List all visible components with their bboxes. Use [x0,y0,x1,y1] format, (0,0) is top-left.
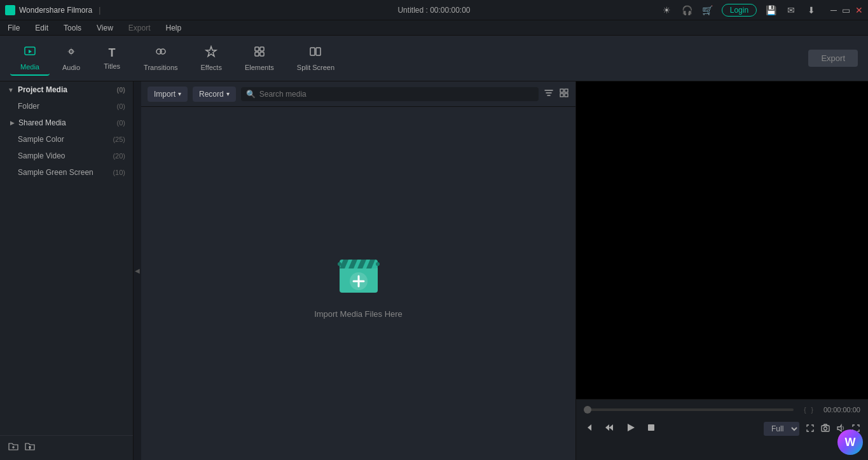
mail-icon[interactable]: ✉ [785,4,797,17]
transitions-tab-label: Transitions [144,64,177,71]
window-controls: ─ ▭ ✕ [830,5,863,15]
titlebar-controls: ☀ 🎧 🛒 Login 💾 ✉ ⬇ ─ ▭ ✕ [661,4,863,17]
search-box: 🔍 [241,87,539,101]
clapperboard-icon [333,248,384,299]
media-tab-icon [24,45,36,60]
menu-view[interactable]: View [94,22,116,34]
project-title: Untitled : 00:00:00:00 [397,6,470,15]
filter-button[interactable] [544,88,554,100]
sidebar-item-folder[interactable]: Folder (0) [0,98,133,115]
sample-green-screen-count: (10) [113,169,125,176]
record-chevron-icon: ▾ [226,90,230,97]
svg-rect-10 [560,89,563,92]
tab-effects[interactable]: Effects [191,41,232,75]
svg-rect-12 [560,94,563,97]
menu-help[interactable]: Help [163,22,184,34]
svg-rect-8 [310,48,315,55]
rewind-button[interactable] [604,422,614,435]
media-toolbar: Import ▾ Record ▾ 🔍 [141,81,575,107]
titles-tab-icon: T [109,46,116,60]
app-title-group: Wondershare Filmora | [5,5,103,15]
fullscreen-preview-button[interactable] [806,424,815,435]
split-screen-tab-label: Split Screen [297,64,334,71]
folder-label: Folder [18,102,39,111]
menubar: File Edit Tools View Export Help [0,20,868,36]
download-icon[interactable]: ⬇ [805,4,818,17]
audio-tab-label: Audio [62,64,80,71]
headset-icon[interactable]: 🎧 [681,4,694,17]
maximize-button[interactable]: ▭ [842,5,850,15]
sidebar-item-sample-green-screen[interactable]: Sample Green Screen (10) [0,164,133,181]
tab-split-screen[interactable]: Split Screen [287,41,345,75]
import-chevron-icon: ▾ [178,90,181,97]
import-button[interactable]: Import ▾ [148,87,188,102]
watermark-logo: W [837,429,863,455]
minimize-button[interactable]: ─ [830,5,837,15]
preview-slider-thumb [584,406,591,414]
close-button[interactable]: ✕ [855,5,863,15]
sidebar: ▼ Project Media (0) Folder (0) ▶ Shared … [0,81,134,460]
app-name: Wondershare Filmora [19,6,92,15]
save-icon[interactable]: 💾 [764,4,777,17]
brightness-icon[interactable]: ☀ [661,4,673,17]
svg-rect-13 [565,94,568,97]
elements-tab-icon [253,45,266,61]
main-area: ▼ Project Media (0) Folder (0) ▶ Shared … [0,81,868,460]
menu-edit[interactable]: Edit [32,22,51,34]
project-media-count: (0) [117,86,125,94]
sample-color-count: (25) [113,136,125,143]
svg-rect-11 [565,89,568,92]
svg-point-21 [338,262,341,266]
collapse-arrow-project-media: ▼ [8,87,14,94]
menu-export[interactable]: Export [126,22,153,34]
grid-view-button[interactable] [559,88,569,100]
transitions-tab-icon [155,45,167,61]
sample-video-count: (20) [113,152,125,160]
effects-tab-label: Effects [201,64,222,71]
svg-point-3 [160,49,165,54]
titles-tab-label: Titles [104,62,120,70]
tab-elements[interactable]: Elements [235,41,284,75]
svg-rect-5 [260,47,264,51]
media-content-empty: Import Media Files Here [141,107,575,460]
new-folder-button[interactable] [8,441,19,455]
sidebar-item-sample-color[interactable]: Sample Color (25) [0,131,133,148]
search-icon: 🔍 [246,90,256,99]
titlebar: Wondershare Filmora | Untitled : 00:00:0… [0,0,868,20]
quality-select[interactable]: Full 1/2 1/4 [764,422,799,436]
menu-file[interactable]: File [5,22,22,34]
svg-rect-4 [255,47,259,51]
login-button[interactable]: Login [722,4,757,17]
cart-icon[interactable]: 🛒 [701,4,714,17]
elements-tab-label: Elements [245,64,274,71]
preview-timecode: 00:00:00:00 [823,406,860,414]
sample-video-label: Sample Video [18,151,65,160]
project-media-label: Project Media [18,85,67,94]
tab-audio[interactable]: Audio [52,41,90,75]
prev-frame-button[interactable] [584,422,594,435]
tab-titles[interactable]: T Titles [93,43,131,74]
play-button[interactable] [624,422,636,436]
tab-media[interactable]: Media [10,41,50,76]
export-button[interactable]: Export [808,50,858,67]
sidebar-item-project-media[interactable]: ▼ Project Media (0) [0,81,133,98]
import-folder-button[interactable] [24,441,36,455]
import-hint: Import Media Files Here [314,309,403,319]
svg-rect-23 [648,424,654,431]
sidebar-item-shared-media[interactable]: ▶ Shared Media (0) [0,115,133,131]
collapse-icon: ◀ [135,267,140,274]
folder-count: (0) [117,102,125,110]
menu-tools[interactable]: Tools [61,22,84,34]
snapshot-button[interactable] [821,424,830,435]
sidebar-collapse-handle[interactable]: ◀ [134,81,141,460]
search-input[interactable] [259,90,534,99]
sample-green-screen-label: Sample Green Screen [18,168,93,177]
effects-tab-icon [205,45,217,61]
tab-transitions[interactable]: Transitions [134,41,188,75]
sidebar-item-sample-video[interactable]: Sample Video (20) [0,148,133,164]
split-screen-tab-icon [309,45,322,61]
preview-slider[interactable] [584,408,794,411]
record-button[interactable]: Record ▾ [193,87,236,102]
media-panel: Import ▾ Record ▾ 🔍 [141,81,575,460]
stop-button[interactable] [646,422,656,435]
